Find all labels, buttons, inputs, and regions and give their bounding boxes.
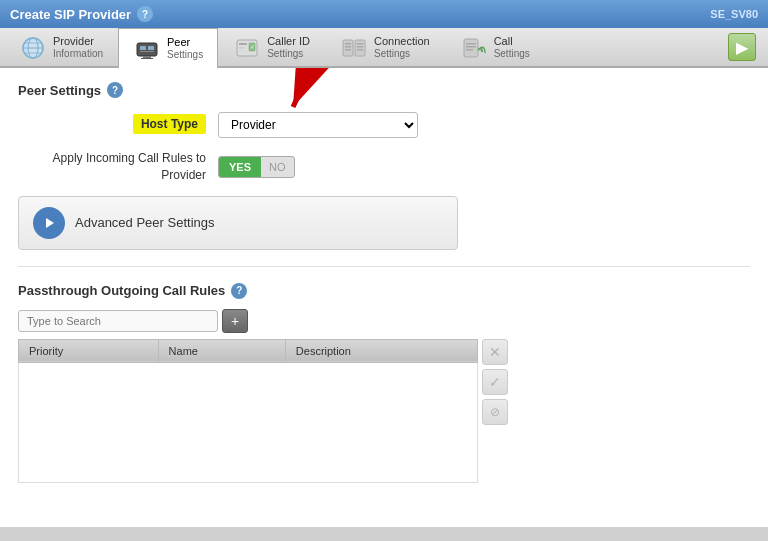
- svg-rect-18: [345, 46, 351, 48]
- svg-rect-25: [466, 43, 476, 45]
- svg-rect-16: [343, 40, 353, 56]
- svg-rect-7: [148, 46, 154, 50]
- window-title: Create SIP Provider: [10, 7, 131, 22]
- tab-call[interactable]: Call Settings: [445, 28, 545, 66]
- advanced-arrow-icon: [33, 207, 65, 239]
- user-label: SE_SV80: [710, 8, 758, 20]
- tab-nav: Provider Information Peer Settings: [0, 28, 768, 68]
- remove-button[interactable]: ✕: [482, 339, 508, 365]
- tab-provider[interactable]: Provider Information: [4, 28, 118, 66]
- side-buttons: ✕ ✓ ⊘: [482, 339, 508, 483]
- svg-rect-10: [141, 58, 153, 59]
- call-icon: [460, 36, 488, 60]
- confirm-button[interactable]: ✓: [482, 369, 508, 395]
- host-type-label: Host Type: [133, 114, 206, 134]
- connection-icon: [340, 36, 368, 60]
- peer-settings-help[interactable]: ?: [107, 82, 123, 98]
- col-priority: Priority: [19, 339, 159, 362]
- advanced-peer-label: Advanced Peer Settings: [75, 215, 214, 230]
- advanced-peer-settings[interactable]: Advanced Peer Settings: [18, 196, 458, 250]
- host-type-select[interactable]: Provider Static DNS: [218, 112, 418, 138]
- tab-callerid[interactable]: ✓ Caller ID Settings: [218, 28, 325, 66]
- peer-icon: [133, 37, 161, 61]
- toggle-yes-no[interactable]: YES NO: [218, 156, 295, 178]
- peer-settings-title: Peer Settings: [18, 83, 101, 98]
- svg-rect-19: [345, 49, 351, 51]
- callerid-icon: ✓: [233, 36, 261, 60]
- svg-rect-24: [464, 39, 478, 57]
- svg-rect-6: [140, 46, 146, 50]
- svg-rect-23: [357, 49, 363, 51]
- title-bar: Create SIP Provider ? SE_SV80: [0, 0, 768, 28]
- svg-rect-13: [239, 47, 245, 49]
- main-content: Peer Settings ? Host Type Provider Stati…: [0, 68, 768, 527]
- tab-callerid-label: Caller ID Settings: [267, 35, 310, 60]
- tab-peer-label: Peer Settings: [167, 36, 203, 61]
- tab-connection[interactable]: Connection Settings: [325, 28, 445, 66]
- tab-connection-label: Connection Settings: [374, 35, 430, 60]
- svg-rect-22: [357, 46, 363, 48]
- passthrough-help[interactable]: ?: [231, 283, 247, 299]
- rules-table: Priority Name Description: [18, 339, 478, 483]
- svg-rect-26: [466, 46, 476, 48]
- rules-table-body: [19, 362, 478, 482]
- svg-text:✓: ✓: [250, 44, 255, 50]
- search-input[interactable]: [18, 310, 218, 332]
- svg-rect-12: [239, 43, 247, 45]
- svg-rect-17: [345, 43, 351, 45]
- tab-call-label: Call Settings: [494, 35, 530, 60]
- next-button[interactable]: ▶: [728, 33, 756, 61]
- section-divider: [18, 266, 750, 267]
- add-rule-button[interactable]: +: [222, 309, 248, 333]
- passthrough-title: Passthrough Outgoing Call Rules: [18, 283, 225, 298]
- col-name: Name: [158, 339, 285, 362]
- tab-peer[interactable]: Peer Settings: [118, 28, 218, 68]
- apply-incoming-label: Apply Incoming Call Rules to Provider: [53, 151, 206, 182]
- svg-rect-8: [140, 51, 154, 52]
- tab-provider-label: Provider Information: [53, 35, 103, 60]
- title-help-icon[interactable]: ?: [137, 6, 153, 22]
- svg-rect-27: [466, 49, 473, 51]
- cancel-button[interactable]: ⊘: [482, 399, 508, 425]
- svg-rect-9: [143, 56, 151, 58]
- svg-rect-21: [357, 43, 363, 45]
- provider-icon: [19, 36, 47, 60]
- col-description: Description: [285, 339, 477, 362]
- svg-rect-20: [355, 40, 365, 56]
